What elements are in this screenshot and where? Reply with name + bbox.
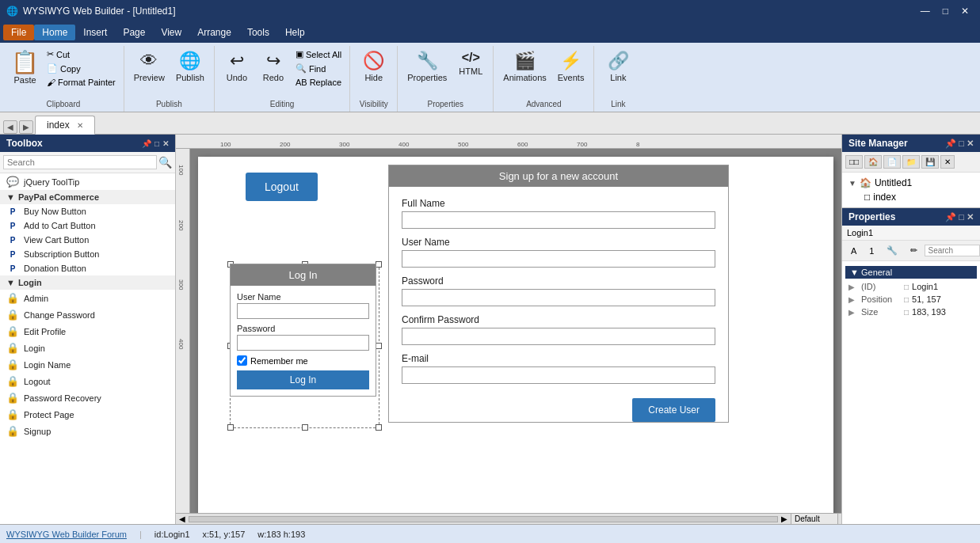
login-password-input[interactable]	[237, 335, 369, 351]
horizontal-scrollbar[interactable]	[189, 516, 778, 522]
signup-icon: 🔒	[6, 425, 19, 437]
toolbox-item-change-password[interactable]: 🔒 Change Password	[0, 306, 175, 323]
toolbox-item-admin[interactable]: 🔒 Admin	[0, 290, 175, 306]
properties-float-icon[interactable]: □	[959, 212, 964, 222]
toolbox-item-donation[interactable]: P Donation Button	[0, 261, 175, 275]
signup-fullname-input[interactable]	[402, 211, 715, 229]
tab-bar: ◀ ▶ index ✕	[0, 112, 980, 135]
close-button[interactable]: ✕	[956, 4, 974, 18]
toolbox: Toolbox 📌 □ ✕ 🔍 💬 jQuery ToolTip ▼ PayPa…	[0, 135, 176, 524]
toolbox-item-jquery-tooltip[interactable]: 💬 jQuery ToolTip	[0, 173, 175, 190]
sm-btn-new[interactable]: 📄	[883, 155, 901, 169]
tab-nav-left[interactable]: ◀	[3, 120, 17, 134]
tree-index-label: index	[873, 192, 896, 203]
toolbox-search-input[interactable]	[3, 155, 157, 169]
tab-close-icon[interactable]: ✕	[77, 121, 83, 130]
signup-username-input[interactable]	[402, 250, 715, 268]
signup-form: Sign up for a new account Full Name User…	[388, 165, 729, 423]
link-button[interactable]: 🔗Link	[601, 47, 635, 85]
signup-confirm-password-input[interactable]	[402, 328, 715, 345]
login-username-input[interactable]	[237, 303, 369, 319]
html-button[interactable]: </>HTML	[453, 47, 488, 79]
login-remember-checkbox[interactable]	[237, 355, 247, 366]
maximize-button[interactable]: □	[938, 4, 953, 18]
toolbox-item-protect-page[interactable]: 🔒 Protect Page	[0, 406, 175, 423]
toolbox-category-paypal[interactable]: ▼ PayPal eCommerce	[0, 190, 175, 204]
publish-button[interactable]: 🌐Publish	[171, 47, 209, 85]
toolbox-item-buy-now[interactable]: P Buy Now Button	[0, 204, 175, 218]
animations-button[interactable]: 🎬Animations	[498, 47, 551, 85]
canvas-scroll-left[interactable]: ◀	[179, 515, 185, 523]
format-painter-button[interactable]: 🖌 Format Painter	[44, 76, 119, 89]
tab-index[interactable]: index ✕	[35, 116, 95, 135]
props-tab-number[interactable]: 1	[864, 244, 879, 258]
props-tab-edit[interactable]: ✏	[905, 243, 923, 258]
menu-file[interactable]: File	[3, 25, 34, 40]
toolbox-item-login[interactable]: 🔒 Login	[0, 340, 175, 356]
menu-page[interactable]: Page	[115, 25, 153, 40]
site-manager-close-icon[interactable]: ✕	[967, 139, 974, 149]
tree-item-index[interactable]: □ index	[845, 190, 977, 204]
title-bar-controls[interactable]: — □ ✕	[916, 4, 974, 18]
status-position: x:51, y:157	[203, 530, 246, 539]
menu-arrange[interactable]: Arrange	[189, 25, 239, 40]
site-manager-pin-icon[interactable]: 📌	[945, 139, 956, 149]
signup-email-input[interactable]	[402, 366, 715, 384]
tree-item-untitled1[interactable]: ▼ 🏠 Untitled1	[845, 176, 977, 190]
toolbox-item-login-name[interactable]: 🔒 Login Name	[0, 356, 175, 373]
properties-close-icon[interactable]: ✕	[967, 212, 974, 222]
toolbox-item-view-cart[interactable]: P View Cart Button	[0, 233, 175, 247]
menu-view[interactable]: View	[153, 25, 189, 40]
sm-btn-pages[interactable]: □□	[845, 155, 863, 169]
events-button[interactable]: ⚡Events	[553, 47, 589, 85]
sm-btn-save[interactable]: 💾	[921, 155, 939, 169]
toolbox-category-login[interactable]: ▼ Login	[0, 275, 175, 290]
toolbox-item-password-recovery[interactable]: 🔒 Password Recovery	[0, 389, 175, 406]
toolbox-item-edit-profile[interactable]: 🔒 Edit Profile	[0, 323, 175, 340]
hide-button[interactable]: 🚫Hide	[357, 47, 391, 85]
toolbox-header: Toolbox 📌 □ ✕	[0, 135, 175, 152]
paste-button[interactable]: 📋 Paste	[8, 47, 42, 86]
menu-help[interactable]: Help	[277, 25, 313, 40]
find-button[interactable]: 🔍 Find	[292, 62, 345, 75]
properties-pin-icon[interactable]: 📌	[945, 212, 956, 222]
toolbox-pin-icon[interactable]: 📌	[142, 139, 151, 148]
toolbox-title: Toolbox	[6, 138, 43, 149]
forum-link[interactable]: WYSIWYG Web Builder Forum	[6, 530, 127, 539]
toolbox-float-icon[interactable]: □	[154, 139, 159, 148]
login-widget-body: User Name Password Remember me Log In	[231, 286, 376, 396]
canvas-scroll[interactable]: Logout Log In	[190, 149, 841, 513]
select-all-button[interactable]: ▣ Select All	[292, 47, 345, 61]
menu-home[interactable]: Home	[34, 25, 75, 40]
sm-btn-delete[interactable]: ✕	[940, 155, 955, 169]
properties-button[interactable]: 🔧Properties	[402, 47, 452, 85]
logout-button-canvas[interactable]: Logout	[246, 173, 318, 201]
menu-tools[interactable]: Tools	[239, 25, 277, 40]
toolbox-close-icon[interactable]: ✕	[162, 139, 169, 148]
login-submit-button[interactable]: Log In	[237, 370, 369, 389]
minimize-button[interactable]: —	[916, 4, 935, 18]
sm-btn-folder[interactable]: 📁	[902, 155, 920, 169]
create-user-button[interactable]: Create User	[632, 398, 715, 422]
toolbox-item-label: Buy Now Button	[24, 207, 86, 216]
props-tab-gear[interactable]: 🔧	[881, 243, 903, 258]
toolbox-item-signup[interactable]: 🔒 Signup	[0, 423, 175, 439]
menu-insert[interactable]: Insert	[75, 25, 115, 40]
copy-button[interactable]: 📄 Copy	[44, 62, 119, 75]
sm-btn-home[interactable]: 🏠	[864, 155, 882, 169]
toolbox-item-add-to-cart[interactable]: P Add to Cart Button	[0, 218, 175, 233]
toolbox-item-subscription[interactable]: P Subscription Button	[0, 247, 175, 261]
replace-button[interactable]: AB Replace	[292, 76, 345, 89]
toolbox-item-logout[interactable]: 🔒 Logout	[0, 373, 175, 389]
cut-button[interactable]: ✂ Cut	[44, 47, 119, 61]
canvas-scroll-right[interactable]: ▶	[781, 515, 787, 523]
props-tab-style[interactable]: A	[845, 244, 862, 258]
undo-button[interactable]: ↩Undo	[219, 47, 254, 85]
replace-icon: AB	[296, 78, 307, 87]
signup-password-input[interactable]	[402, 289, 715, 306]
redo-button[interactable]: ↪Redo	[256, 47, 291, 85]
tab-nav-right[interactable]: ▶	[19, 120, 33, 134]
site-manager-float-icon[interactable]: □	[959, 139, 964, 149]
properties-search-input[interactable]	[925, 245, 980, 256]
preview-button[interactable]: 👁Preview	[129, 47, 170, 85]
